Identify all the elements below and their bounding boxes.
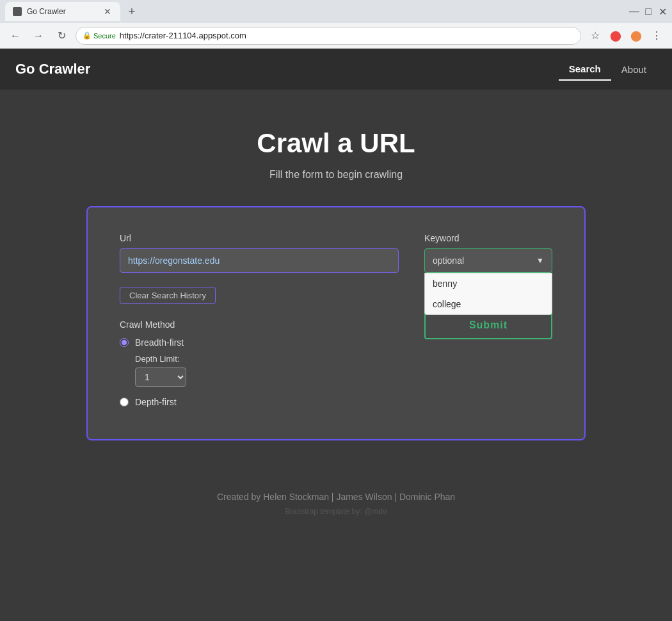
address-bar[interactable]: 🔒 Secure https://crater-211104.appspot.c… [76,27,581,45]
breadth-first-radio[interactable] [120,338,129,347]
menu-button[interactable]: ⋮ [648,27,666,45]
keyword-option-college[interactable]: college [425,294,552,314]
keyword-label: Keyword [424,233,552,243]
form-left-col: Url Clear Search History Crawl Method Br… [120,233,399,414]
keyword-option-benny[interactable]: benny [425,273,552,294]
clear-history-button[interactable]: Clear Search History [120,287,216,304]
keyword-dropdown-menu: benny college [424,273,552,315]
url-label: Url [120,233,399,243]
tab-close-button[interactable]: ✕ [102,6,113,17]
footer-authors: Created by Helen Stockman | James Wilson… [13,492,659,502]
close-button[interactable]: ✕ [658,7,667,16]
nav-bar: ← → ↻ 🔒 Secure https://crater-211104.app… [0,23,672,49]
browser-tab[interactable]: Go Crawler ✕ [5,2,120,21]
minimize-button[interactable]: — [630,7,639,16]
main-content: Crawl a URL Fill the form to begin crawl… [0,90,672,466]
depth-first-label: Depth-first [135,397,177,407]
form-card: Url Clear Search History Crawl Method Br… [86,206,586,440]
app-navbar: Go Crawler Search About [0,49,672,90]
chevron-down-icon: ▼ [536,256,544,265]
footer-template: Bootstrap template by: @mdo [13,507,659,516]
keyword-container: optional ▼ benny college [424,248,552,273]
app-content: Go Crawler Search About Crawl a URL Fill… [0,49,672,599]
nav-actions: ☆ ⬤ ⬤ ⋮ [586,27,666,45]
footer: Created by Helen Stockman | James Wilson… [0,466,672,529]
back-button[interactable]: ← [6,27,24,45]
nav-links: Search About [559,58,657,81]
footer-separator2: | [394,492,399,502]
address-text: https://crater-211104.appspot.com [120,31,246,40]
form-row: Url Clear Search History Crawl Method Br… [120,233,552,414]
bookmark-button[interactable]: ☆ [586,27,604,45]
extension2-button[interactable]: ⬤ [627,27,645,45]
depth-first-option[interactable]: Depth-first [120,397,399,407]
brand-logo: Go Crawler [15,61,559,77]
secure-label: Secure [93,32,116,40]
url-input[interactable] [120,248,399,273]
crawl-method-label: Crawl Method [120,319,399,330]
footer-created-by: Created by [217,492,260,502]
footer-author3: Dominic Phan [399,492,455,502]
form-right-col: Keyword optional ▼ benny college Submit [424,233,552,414]
submit-button[interactable]: Submit [424,311,552,339]
maximize-button[interactable]: □ [644,7,653,16]
secure-badge: 🔒 Secure [83,31,116,40]
forward-button[interactable]: → [29,27,47,45]
reload-button[interactable]: ↻ [52,27,70,45]
breadth-first-option[interactable]: Breadth-first [120,337,399,348]
depth-limit-select[interactable]: 1 2 3 4 5 [135,367,186,387]
footer-author2: James Wilson [336,492,392,502]
tab-favicon [13,7,22,16]
extension1-button[interactable]: ⬤ [607,27,625,45]
tab-title: Go Crawler [27,7,66,16]
window-controls: — □ ✕ [630,7,667,16]
page-subtitle: Fill the form to begin crawling [13,169,659,181]
depth-first-radio[interactable] [120,398,129,407]
nav-link-about[interactable]: About [611,59,657,80]
new-tab-button[interactable]: + [123,3,141,20]
keyword-selected-value: optional [433,255,464,266]
browser-chrome: Go Crawler ✕ + — □ ✕ ← → ↻ 🔒 Secure http… [0,0,672,49]
page-title: Crawl a URL [13,128,659,159]
title-bar: Go Crawler ✕ + — □ ✕ [0,0,672,23]
depth-limit-label: Depth Limit: [135,354,399,364]
footer-author1: Helen Stockman [263,492,329,502]
breadth-first-label: Breadth-first [135,337,184,348]
lock-icon: 🔒 [83,31,92,40]
keyword-dropdown-button[interactable]: optional ▼ [424,248,552,273]
nav-link-search[interactable]: Search [559,58,611,81]
